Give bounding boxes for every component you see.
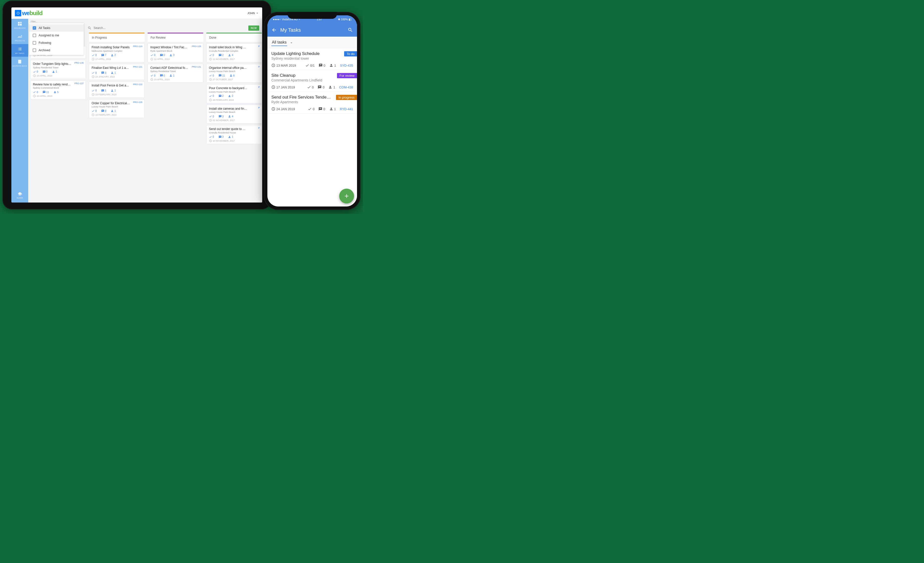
- clock-icon: [150, 58, 153, 61]
- checks-count: 0: [92, 110, 97, 113]
- clock-icon: [33, 74, 36, 77]
- task-title: Install site cameras and finish pow..: [209, 107, 259, 111]
- comments-count: 0: [101, 110, 106, 113]
- task-meta: 0 0 1: [150, 74, 201, 77]
- task-date: 24 JAN 2019: [272, 107, 295, 111]
- check-icon: [209, 74, 212, 77]
- task-subtitle: Sydney Residential Tower: [33, 66, 83, 69]
- task-date: 12 APRIL, 2019: [150, 58, 201, 61]
- sidebar-label: DASHBOARD: [14, 27, 26, 29]
- task-meta: 0 0 1: [33, 70, 83, 73]
- task-card[interactable]: PRO-137 Review how to safely render fron…: [30, 81, 86, 99]
- task-meta: 0 0 1: [92, 110, 142, 113]
- task-card[interactable]: PRO-122 Install Pool Fence & Get approva…: [89, 81, 145, 98]
- checks-count: 0: [209, 54, 214, 57]
- sidebar-item-address-book[interactable]: ADDRESS BOOK: [11, 57, 28, 69]
- comments-count: 0: [43, 70, 48, 73]
- new-task-button[interactable]: NEW: [248, 26, 259, 31]
- task-meta: 0 0 3: [150, 54, 201, 57]
- app-bar: My Tasks: [267, 23, 357, 37]
- filter-option-all-tasks[interactable]: All Tasks: [29, 24, 84, 32]
- comment-icon: [219, 74, 222, 77]
- kanban-column: 5 0 13 2 09 APRIL, 2019 PRO-135 Order Tu…: [30, 46, 86, 201]
- people-count: 1: [329, 63, 336, 68]
- filter-option-assigned[interactable]: Assigned to me: [29, 32, 84, 39]
- check-icon: [92, 110, 94, 113]
- add-task-fab[interactable]: +: [339, 189, 354, 204]
- status-badge: In progress: [336, 95, 357, 100]
- comments-count: 2: [219, 95, 224, 98]
- check-icon: [305, 63, 309, 68]
- comment-icon: [43, 91, 45, 94]
- sidebar-item-projects[interactable]: PROJECTS: [11, 32, 28, 44]
- comment-icon: [219, 95, 222, 98]
- sidebar-item-guide[interactable]: GUIDE: [16, 188, 23, 203]
- comment-icon: [219, 135, 222, 138]
- filter-option-archived[interactable]: Archived: [29, 47, 84, 54]
- check-icon: [209, 54, 212, 57]
- search-input[interactable]: [94, 26, 158, 30]
- comment-icon: [318, 107, 322, 111]
- task-date: 27 OCTOBER, 2017: [209, 78, 259, 81]
- task-card[interactable]: PRO-121 Finalise East Wing Lvl 1 and Fin…: [89, 64, 145, 80]
- person-icon: [329, 63, 333, 68]
- task-card[interactable]: PRO-125 Order Copper for Electrical slot…: [89, 99, 145, 119]
- task-card[interactable]: P Install toilet block in Wing Section..…: [206, 44, 262, 62]
- task-card[interactable]: PRO-135 Order Tungsten Strip lights for …: [30, 60, 86, 79]
- task-subtitle: Sydney Commercial Block: [33, 87, 83, 89]
- person-icon: [170, 54, 172, 57]
- task-list-item[interactable]: To do Update Lighting Schedule Sydney re…: [267, 48, 357, 70]
- task-subtitle: Luxury House Palm Beach: [92, 105, 142, 108]
- task-subtitle: Cronulla Residential House: [209, 131, 259, 134]
- sidebar-item-dashboard[interactable]: DASHBOARD: [11, 19, 28, 32]
- task-list-item[interactable]: For review Site Cleanup Commercial Apart…: [267, 70, 357, 92]
- task-id: PRO-131: [192, 66, 201, 68]
- checks-count: 0: [150, 74, 156, 77]
- task-subtitle: Luxury House Palm Beach: [209, 111, 259, 113]
- filter-option-following[interactable]: Following: [29, 39, 84, 47]
- sidebar-label: PROJECTS: [15, 40, 25, 42]
- logo-text-we: we: [22, 10, 30, 17]
- sidebar-label: ADDRESS BOOK: [12, 65, 27, 67]
- task-card[interactable]: P Send out tender quote to ECF Ele.. Cro…: [206, 125, 262, 144]
- task-list-item[interactable]: In progress Send out Fire Services Tende…: [267, 92, 357, 114]
- people-count: 8: [230, 74, 235, 77]
- task-id: P: [258, 66, 260, 68]
- task-date: 17 JAN 2019: [272, 85, 295, 89]
- task-subtitle: Melbourne Apartment Complex: [92, 50, 142, 52]
- task-card[interactable]: P Organise internal office partition Lux…: [206, 64, 262, 83]
- filter-option-label: Following: [39, 41, 51, 45]
- person-icon: [111, 54, 114, 57]
- task-id: RYD-441: [340, 107, 353, 111]
- task-card[interactable]: P Pour Concrete to backyard patio Luxury…: [206, 84, 262, 103]
- tablet-screen: we build JOHN DASHBOARD PROJECTS MY TASK…: [11, 8, 262, 203]
- person-icon: [170, 74, 172, 77]
- comment-icon: [101, 54, 104, 57]
- task-card[interactable]: PRO-128 Inspect Window / Tint Face for..…: [148, 44, 203, 62]
- search-icon[interactable]: [348, 27, 353, 33]
- person-icon: [111, 110, 114, 113]
- task-card[interactable]: PRO-119 Finish installing Solar Panels M…: [89, 44, 145, 62]
- comment-icon: [319, 63, 322, 68]
- search-icon: [88, 26, 92, 30]
- task-title: Install toilet block in Wing Section..: [209, 45, 259, 50]
- comments-count: 7: [101, 54, 106, 57]
- clock-icon: [209, 99, 212, 102]
- comments-count: 3: [101, 71, 106, 74]
- filter-selector[interactable]: All tasks: [267, 37, 357, 48]
- filter-selected: All tasks: [272, 40, 287, 46]
- task-id: COM-438: [339, 86, 353, 89]
- task-meta: 0 11 5: [33, 91, 83, 94]
- back-icon[interactable]: [272, 27, 277, 33]
- clock-icon: [209, 78, 212, 81]
- task-card[interactable]: P Install site cameras and finish pow.. …: [206, 105, 262, 124]
- task-id: PRO-119: [133, 45, 142, 48]
- search-box[interactable]: [88, 26, 158, 30]
- task-card[interactable]: PRO-131 Contact AGF Eelectrical for Quot…: [148, 64, 203, 83]
- task-id: PRO-122: [133, 83, 142, 86]
- sidebar-item-my-tasks[interactable]: MY TASKS: [11, 44, 28, 57]
- logo-icon: [15, 10, 21, 17]
- user-menu[interactable]: JOHN: [248, 12, 259, 15]
- person-icon: [228, 115, 231, 118]
- checkbox-icon: [33, 34, 36, 37]
